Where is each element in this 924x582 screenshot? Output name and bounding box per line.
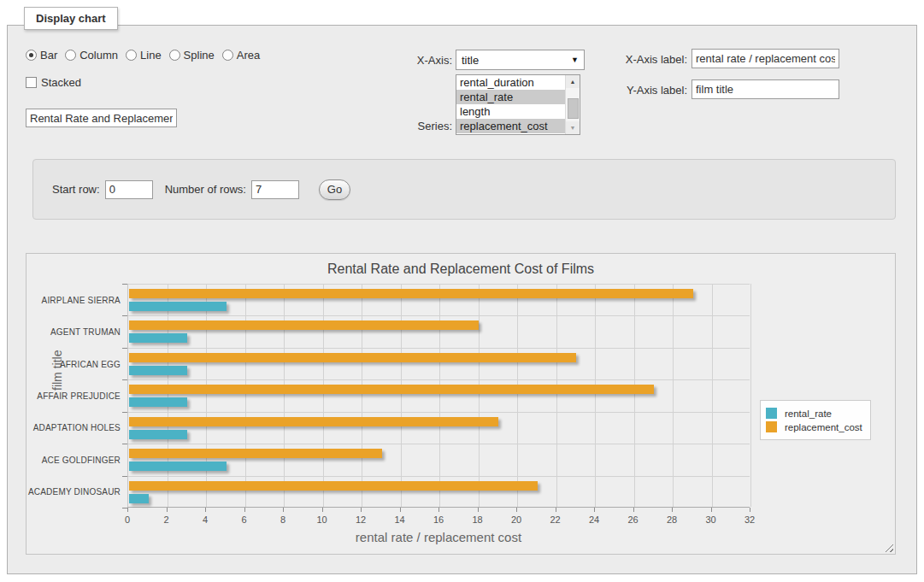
radio-button-icon[interactable] bbox=[169, 50, 180, 61]
bar-rental_rate-affair-prejudice bbox=[129, 397, 187, 407]
gridline-x-8 bbox=[284, 284, 285, 507]
chevron-down-icon: ▼ bbox=[571, 56, 579, 64]
gridline-y bbox=[128, 284, 750, 285]
stacked-checkbox-row: Stacked bbox=[26, 76, 81, 89]
bar-rental_rate-agent-truman bbox=[129, 333, 187, 343]
category-label: AGENT TRUMAN bbox=[26, 327, 121, 337]
x-tick-mark bbox=[244, 508, 245, 512]
stacked-label: Stacked bbox=[41, 76, 81, 89]
bar-replacement_cost-ace-goldfinger bbox=[129, 449, 382, 458]
gridline-y bbox=[128, 476, 750, 477]
x-tick-mark bbox=[400, 508, 401, 512]
bar-rental_rate-ace-goldfinger bbox=[129, 461, 227, 471]
start-row-label: Start row: bbox=[52, 183, 100, 196]
chart-type-radio-line[interactable]: Line bbox=[126, 49, 162, 62]
category-label: AIRPLANE SIERRA bbox=[26, 296, 121, 305]
x-tick-label: 10 bbox=[309, 514, 335, 525]
x-tick-mark bbox=[478, 508, 479, 512]
chart-type-radio-spline[interactable]: Spline bbox=[169, 49, 215, 62]
go-button[interactable]: Go bbox=[319, 179, 350, 200]
rows-panel: Start row: Number of rows: Go bbox=[32, 159, 896, 220]
radio-button-icon[interactable] bbox=[222, 50, 233, 61]
scroll-down-icon[interactable]: ▼ bbox=[566, 121, 580, 134]
y-axis-label-input[interactable] bbox=[692, 79, 839, 99]
y-tick-mark bbox=[122, 412, 127, 413]
radio-button-icon[interactable] bbox=[65, 50, 76, 61]
x-axis-label-input[interactable] bbox=[692, 49, 839, 68]
y-axis-label-field-label: Y-Axis label: bbox=[606, 84, 687, 97]
gridline-x-32 bbox=[750, 284, 751, 507]
x-axis-select[interactable]: title ▼ bbox=[456, 50, 585, 70]
y-tick-mark bbox=[122, 315, 127, 316]
chart-type-radio-column[interactable]: Column bbox=[65, 49, 118, 62]
radio-label: Bar bbox=[40, 49, 57, 62]
x-tick-mark bbox=[556, 508, 556, 512]
bar-replacement_cost-airplane-sierra bbox=[129, 289, 693, 298]
gridline-x-30 bbox=[712, 284, 713, 507]
x-tick-label: 18 bbox=[465, 514, 491, 525]
y-tick-mark bbox=[122, 476, 127, 477]
gridline-x-26 bbox=[634, 284, 635, 507]
y-tick-mark bbox=[122, 444, 127, 444]
series-options: rental_durationrental_ratelengthreplacem… bbox=[456, 75, 580, 133]
y-tick-mark bbox=[122, 348, 127, 349]
series-listbox[interactable]: rental_durationrental_ratelengthreplacem… bbox=[456, 74, 580, 135]
chart-legend: rental_ratereplacement_cost bbox=[760, 400, 871, 440]
x-tick-mark bbox=[516, 508, 517, 512]
x-tick-label: 24 bbox=[581, 514, 607, 525]
gridline-y bbox=[128, 379, 750, 380]
radio-button-icon[interactable] bbox=[126, 50, 137, 61]
gridline-x-2 bbox=[168, 284, 168, 507]
chart-title-input[interactable] bbox=[26, 109, 177, 127]
display-chart-fieldset: Display chart BarColumnLineSplineArea St… bbox=[7, 25, 917, 574]
x-axis-selected-value: title bbox=[462, 54, 571, 67]
scroll-thumb[interactable] bbox=[568, 98, 579, 119]
chart-type-radio-bar[interactable]: Bar bbox=[26, 49, 57, 62]
gridline-x-12 bbox=[362, 284, 362, 507]
bar-rental_rate-academy-dinosaur bbox=[129, 494, 149, 503]
x-tick-mark bbox=[438, 508, 439, 512]
series-option-rental_duration[interactable]: rental_duration bbox=[456, 75, 566, 90]
plot-area bbox=[127, 284, 750, 508]
x-tick-mark bbox=[750, 508, 750, 512]
category-label: ADAPTATION HOLES bbox=[26, 423, 121, 432]
bar-rental_rate-adaptation-holes bbox=[129, 430, 187, 439]
gridline-x-22 bbox=[556, 284, 557, 507]
legend-label: replacement_cost bbox=[785, 422, 862, 432]
series-select-label: Series: bbox=[384, 120, 452, 132]
series-option-length[interactable]: length bbox=[456, 104, 566, 119]
series-option-rental_rate[interactable]: rental_rate bbox=[456, 90, 566, 104]
chart-panel: Rental Rate and Replacement Cost of Film… bbox=[26, 253, 896, 555]
gridline-x-14 bbox=[401, 284, 402, 507]
bar-replacement_cost-academy-dinosaur bbox=[129, 481, 538, 491]
scroll-up-icon[interactable]: ▲ bbox=[566, 75, 580, 88]
x-tick-label: 32 bbox=[737, 514, 762, 525]
series-option-replacement_cost[interactable]: replacement_cost bbox=[456, 119, 566, 133]
radio-button-icon[interactable] bbox=[26, 50, 37, 61]
x-tick-label: 12 bbox=[348, 514, 374, 525]
category-label: AFFAIR PREJUDICE bbox=[26, 391, 121, 401]
y-tick-mark bbox=[122, 379, 127, 380]
x-tick-label: 6 bbox=[232, 514, 257, 525]
x-tick-label: 0 bbox=[115, 514, 140, 525]
radio-label: Spline bbox=[184, 49, 215, 62]
x-tick-label: 30 bbox=[698, 514, 724, 525]
resize-handle-icon[interactable] bbox=[883, 542, 893, 552]
listbox-scrollbar[interactable]: ▲ ▼ bbox=[565, 75, 580, 134]
legend-label: rental_rate bbox=[785, 409, 832, 419]
stacked-checkbox[interactable] bbox=[26, 77, 37, 88]
num-rows-label: Number of rows: bbox=[165, 183, 246, 196]
x-axis-select-label: X-Axis: bbox=[367, 54, 452, 67]
legend-item-rental_rate: rental_rate bbox=[766, 408, 862, 419]
gridline-y bbox=[128, 348, 750, 349]
num-rows-input[interactable] bbox=[251, 180, 299, 199]
chart-type-radio-area[interactable]: Area bbox=[222, 49, 260, 62]
category-label: ACADEMY DINOSAUR bbox=[26, 487, 121, 497]
x-tick-mark bbox=[672, 508, 673, 512]
category-label: ACE GOLDFINGER bbox=[26, 456, 121, 465]
x-tick-label: 22 bbox=[543, 514, 568, 525]
bar-rental_rate-african-egg bbox=[129, 366, 187, 375]
chart-type-radio-group: BarColumnLineSplineArea bbox=[26, 49, 268, 62]
radio-label: Column bbox=[79, 49, 118, 62]
start-row-input[interactable] bbox=[105, 180, 153, 199]
